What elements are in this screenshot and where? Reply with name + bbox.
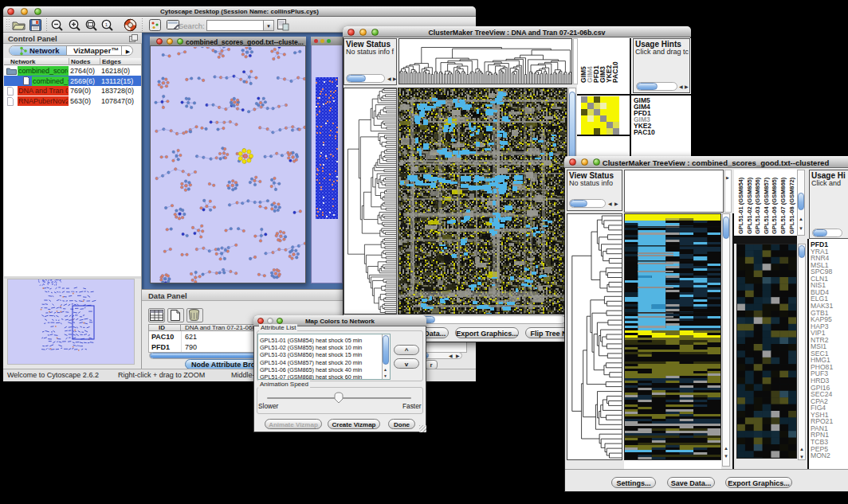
svg-text:GPL51-03 (GSM856): GPL51-03 (GSM856) xyxy=(754,177,761,234)
svg-text:GPL51-04 (GSM857): GPL51-04 (GSM857) xyxy=(763,177,770,234)
svg-text:GPL51-07 (GSM868): GPL51-07 (GSM868) xyxy=(779,177,787,234)
svg-text:GPL51-08 (GSM872): GPL51-08 (GSM872) xyxy=(788,177,795,234)
svg-text:GPL51-02 (GSM855): GPL51-02 (GSM855) xyxy=(746,177,753,234)
svg-text:PAC10: PAC10 xyxy=(611,61,619,83)
svg-text:GPL51-06 (GSM865): GPL51-06 (GSM865) xyxy=(771,177,778,234)
svg-text:GPL51-01 (GSM854): GPL51-01 (GSM854) xyxy=(737,177,744,234)
